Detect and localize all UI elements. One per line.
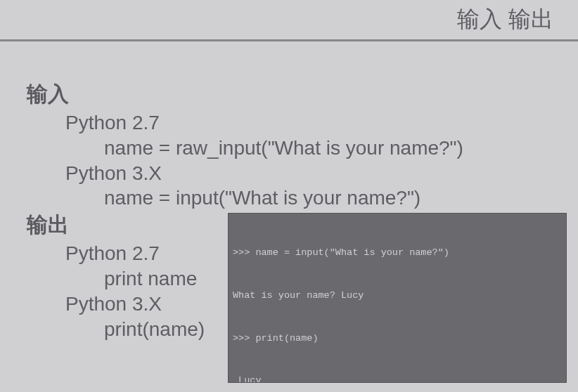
slide-title: 输入 输出	[457, 4, 553, 35]
input-section-label: 输入	[27, 80, 578, 109]
terminal-line: Lucy	[233, 374, 562, 383]
input-py3x-code: name = input("What is your name?")	[104, 185, 578, 211]
terminal-line: What is your name? Lucy	[233, 289, 562, 303]
input-py27-code: name = raw_input("What is your name?")	[104, 136, 578, 161]
terminal-line: >>> name = input("What is your name?")	[233, 246, 562, 260]
slide-header: 输入 输出	[0, 0, 578, 39]
terminal-window: >>> name = input("What is your name?") W…	[228, 213, 567, 383]
input-py3x-label: Python 3.X	[65, 161, 578, 186]
input-py27-label: Python 2.7	[65, 110, 578, 136]
terminal-line: >>> print(name)	[233, 332, 562, 346]
